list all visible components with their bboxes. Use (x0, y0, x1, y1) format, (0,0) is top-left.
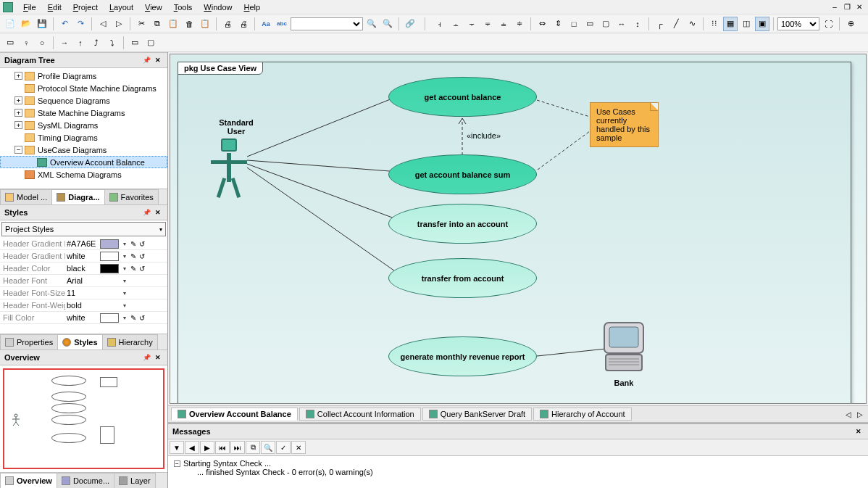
tab-layer[interactable]: Layer (114, 473, 156, 488)
dropdown-icon[interactable]: ▾ (120, 290, 129, 297)
gen-icon[interactable]: ↑ (73, 36, 88, 50)
window-restore-icon[interactable]: ❐ (841, 2, 853, 12)
usecase-uc2[interactable]: get account balance sum (388, 154, 537, 194)
usecase-shape-icon[interactable]: ○ (35, 36, 49, 50)
style-row[interactable]: Header FontArial▾ (0, 275, 167, 287)
pin-icon[interactable]: 📌 (141, 55, 151, 65)
dropdown-icon[interactable]: ▾ (120, 302, 129, 309)
menu-project[interactable]: Project (67, 1, 104, 13)
reset-icon[interactable]: ↺ (138, 314, 146, 322)
find-abc-icon[interactable]: abc (275, 17, 289, 31)
dropdown-icon[interactable]: ▾ (120, 315, 129, 321)
zoom-combo[interactable]: 100% (777, 17, 819, 30)
color-swatch[interactable] (100, 313, 119, 323)
align-bottom-icon[interactable]: ⫩ (512, 17, 527, 31)
assoc-icon[interactable]: → (57, 36, 72, 50)
tree-row[interactable]: +SysML Diagrams (0, 119, 167, 131)
line-straight-icon[interactable]: ┌ (653, 17, 667, 31)
tab-next-icon[interactable]: ▷ (855, 410, 865, 418)
color-swatch[interactable] (100, 252, 119, 261)
center-h-icon[interactable]: ↔ (614, 17, 629, 31)
dropdown-icon[interactable]: ▾ (120, 253, 129, 260)
close-icon[interactable]: ✕ (153, 352, 163, 363)
new-icon[interactable]: 📄 (3, 17, 17, 31)
copy-icon[interactable]: ⧉ (150, 17, 164, 31)
open-icon[interactable]: 📂 (19, 17, 33, 31)
paste-special-icon[interactable]: 📋 (198, 17, 212, 31)
find-aa-icon[interactable]: Aa (259, 17, 273, 31)
actor-shape-icon[interactable]: ♀ (19, 36, 33, 50)
reset-icon[interactable]: ↺ (138, 240, 146, 248)
actor-bank[interactable]: Bank (598, 320, 649, 387)
tab-hierarchy[interactable]: Hierarchy (102, 334, 158, 350)
include-icon[interactable]: ⤴ (89, 36, 104, 50)
tree-row[interactable]: XML Schema Diagrams (0, 168, 167, 181)
align-top-icon[interactable]: ⫧ (480, 17, 495, 31)
snap-icon[interactable]: ◫ (739, 17, 754, 31)
project-styles-combo[interactable]: Project Styles▾ (1, 222, 166, 236)
tree-toggle-icon[interactable]: + (14, 121, 22, 129)
print-preview-icon[interactable]: 🖨 (236, 17, 251, 31)
dropdown-icon[interactable]: ▾ (120, 278, 129, 284)
menu-layout[interactable]: Layout (104, 1, 139, 13)
color-swatch[interactable] (100, 239, 119, 249)
tree-row[interactable]: +Profile Diagrams (0, 70, 167, 82)
reset-icon[interactable]: ↺ (138, 252, 146, 260)
space-h-icon[interactable]: ⇔ (535, 17, 549, 31)
picker-icon[interactable]: ✎ (129, 240, 138, 248)
menu-help[interactable]: Help (238, 1, 267, 13)
same-width-icon[interactable]: □ (567, 17, 581, 31)
tab-favorites[interactable]: Favorites (104, 189, 159, 204)
diagram-tab[interactable]: Query BankServer Draft (422, 408, 532, 421)
line-curve-icon[interactable]: ∿ (685, 17, 699, 31)
note-usecases-handled[interactable]: Use Cases currently handled by this samp… (590, 102, 659, 147)
style-row[interactable]: Header Colorblack▾✎↺ (0, 262, 167, 275)
dropdown-icon[interactable]: ▾ (120, 241, 129, 247)
align-left-icon[interactable]: ⫞ (433, 17, 447, 31)
find-next-icon[interactable]: 🔍 (380, 17, 395, 31)
usecase-uc3[interactable]: transfer into an account (388, 204, 537, 244)
filter-icon[interactable]: ▼ (170, 441, 184, 454)
reset-icon[interactable]: ↺ (138, 265, 146, 273)
window-close-icon[interactable]: ✕ (854, 2, 865, 12)
usecase-uc1[interactable]: get account balance (388, 77, 537, 117)
check-icon[interactable]: ✓ (276, 441, 291, 454)
save-icon[interactable]: 💾 (35, 17, 49, 31)
same-size-icon[interactable]: ▢ (598, 17, 613, 31)
menu-view[interactable]: View (139, 1, 168, 13)
link-icon[interactable]: 🔗 (403, 17, 417, 31)
tab-docume-[interactable]: Docume... (57, 473, 114, 488)
tree-row[interactable]: Protocol State Machine Diagrams (0, 82, 167, 94)
tree-row[interactable]: +Sequence Diagrams (0, 94, 167, 107)
menu-window[interactable]: Window (198, 1, 238, 13)
tree-row[interactable]: +State Machine Diagrams (0, 107, 167, 119)
copy-msg-icon[interactable]: ⧉ (246, 441, 260, 454)
tab-styles[interactable]: Styles (57, 334, 102, 350)
print-icon[interactable]: 🖨 (220, 17, 235, 31)
style-row[interactable]: Fill Colorwhite▾✎↺ (0, 312, 167, 324)
line-diag-icon[interactable]: ╱ (669, 17, 683, 31)
menu-tools[interactable]: Tools (168, 1, 199, 13)
tree-row[interactable]: −UseCase Diagrams (0, 144, 167, 156)
align-middle-icon[interactable]: ⫨ (496, 17, 511, 31)
find-icon[interactable]: 🔍 (364, 17, 379, 31)
usecase-uc4[interactable]: transfer from account (388, 258, 537, 298)
pin-icon[interactable]: 📌 (141, 352, 151, 363)
picker-icon[interactable]: ✎ (129, 314, 138, 322)
msg-toggle-icon[interactable]: − (174, 460, 180, 467)
grid-lines-icon[interactable]: ▦ (723, 17, 738, 31)
tree-toggle-icon[interactable]: − (14, 146, 22, 154)
diagram-canvas[interactable]: pkg Use Case View (170, 54, 867, 404)
boundary-icon[interactable]: ▢ (143, 36, 158, 50)
search-combo[interactable] (291, 17, 363, 30)
picker-icon[interactable]: ✎ (129, 252, 138, 260)
clear-msg-icon[interactable]: ✕ (291, 441, 306, 454)
align-right-icon[interactable]: ⫟ (464, 17, 479, 31)
delete-icon[interactable]: 🗑 (182, 17, 196, 31)
tree-body[interactable]: +Profile DiagramsProtocol State Machine … (0, 68, 167, 189)
align-center-h-icon[interactable]: ⫠ (448, 17, 463, 31)
diagram-tab[interactable]: Hierarchy of Account (533, 408, 632, 421)
paste-icon[interactable]: 📋 (166, 17, 180, 31)
close-icon[interactable]: ✕ (153, 207, 163, 218)
pin-icon[interactable]: 📌 (141, 207, 151, 218)
